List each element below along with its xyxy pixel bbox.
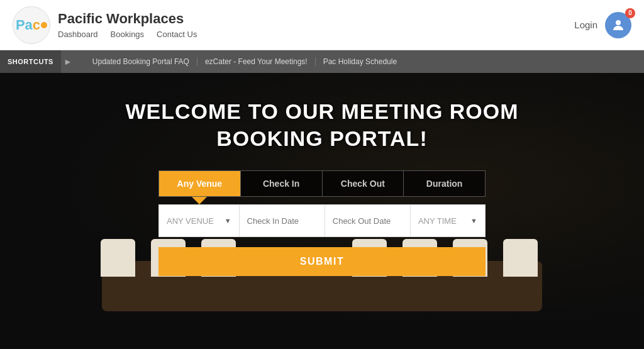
time-select[interactable]: ANY TIME (418, 216, 477, 226)
checkout-input[interactable] (333, 216, 402, 226)
venue-select[interactable]: ANY VENUE (167, 216, 231, 226)
shortcut-ezcater[interactable]: ezCater - Feed Your Meetings! (197, 57, 316, 66)
header: Pac Pacific Workplaces Dashboard Booking… (0, 0, 644, 50)
notification-badge: 0 (625, 8, 635, 18)
time-field: ANY TIME ▼ (411, 205, 485, 236)
nav-bookings[interactable]: Bookings (111, 30, 144, 39)
svg-point-0 (616, 20, 621, 25)
logo-icon: Pac (13, 6, 50, 44)
hero-content: WELCOME TO OUR MEETING ROOM BOOKING PORT… (0, 73, 644, 276)
venue-select-wrapper: ANY VENUE ▼ (167, 216, 231, 226)
tab-any-venue[interactable]: Any Venue (159, 171, 241, 196)
header-right: Login 0 (574, 12, 631, 38)
checkout-field (325, 205, 411, 236)
time-select-wrapper: ANY TIME ▼ (418, 216, 477, 226)
hero-title-line1: WELCOME TO OUR MEETING ROOM (125, 99, 518, 123)
booking-widget: Any Venue Check In Check Out Duration AN… (158, 170, 486, 276)
booking-tabs: Any Venue Check In Check Out Duration (158, 170, 486, 197)
tab-indicator (192, 197, 207, 204)
hero-title-line2: BOOKING PORTAL! (216, 126, 427, 150)
shortcuts-label: SHORTCUTS (0, 50, 61, 73)
submit-wrapper: SUBMIT (158, 247, 486, 276)
checkin-field (240, 205, 325, 236)
nav-dashboard[interactable]: Dashboard (58, 30, 98, 39)
tab-duration[interactable]: Duration (404, 171, 485, 196)
tab-check-out[interactable]: Check Out (323, 171, 404, 196)
hero-section: WELCOME TO OUR MEETING ROOM BOOKING PORT… (0, 73, 644, 349)
login-link[interactable]: Login (574, 19, 597, 30)
nav-contact[interactable]: Contact Us (157, 30, 197, 39)
tab-check-in[interactable]: Check In (241, 171, 323, 196)
hero-title: WELCOME TO OUR MEETING ROOM BOOKING PORT… (125, 98, 518, 152)
shortcuts-bar: SHORTCUTS ► Updated Booking Portal FAQ e… (0, 50, 644, 73)
notification-wrapper: 0 (605, 12, 631, 38)
submit-button[interactable]: SUBMIT (158, 247, 486, 276)
brand-name: Pacific Workplaces (58, 11, 197, 27)
booking-form-row: ANY VENUE ▼ ANY TIME ▼ (158, 204, 486, 237)
main-nav: Dashboard Bookings Contact Us (58, 30, 197, 39)
shortcut-faq[interactable]: Updated Booking Portal FAQ (85, 57, 197, 66)
checkin-input[interactable] (247, 216, 317, 226)
logo-text-area: Pacific Workplaces Dashboard Bookings Co… (58, 11, 197, 39)
shortcuts-arrow-icon: ► (64, 57, 72, 67)
shortcuts-links: Updated Booking Portal FAQ ezCater - Fee… (75, 57, 414, 66)
shortcut-holiday[interactable]: Pac Holiday Schedule (316, 57, 404, 66)
logo-area: Pac Pacific Workplaces Dashboard Booking… (13, 6, 197, 44)
venue-field: ANY VENUE ▼ (159, 205, 240, 236)
